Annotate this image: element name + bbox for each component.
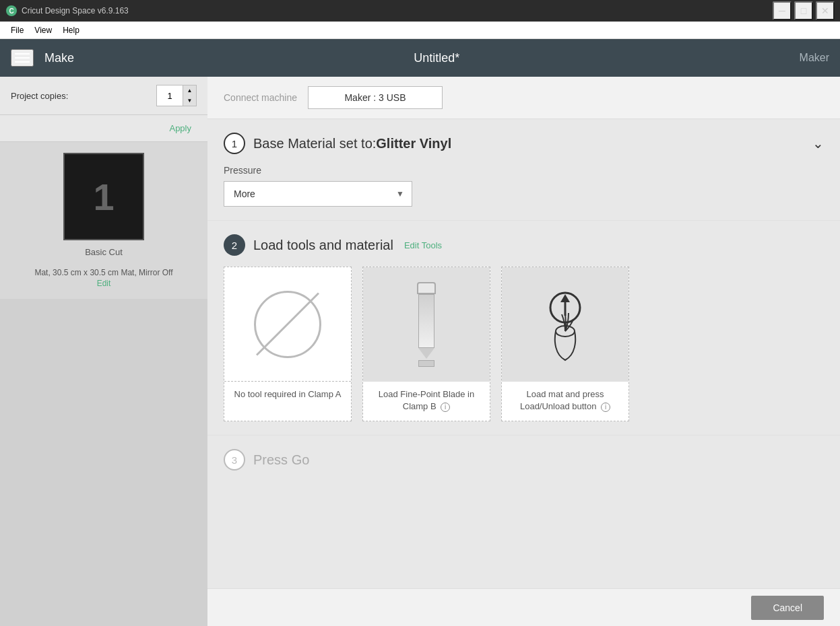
- svg-text:C: C: [9, 7, 13, 15]
- step1-circle: 1: [224, 133, 245, 154]
- info-icon-blade[interactable]: i: [441, 403, 450, 412]
- app-logo: C: [5, 5, 18, 17]
- step3-header: 3 Press Go: [224, 449, 824, 471]
- blade-body: [418, 294, 434, 348]
- press-icon: [528, 281, 602, 368]
- hamburger-button[interactable]: [11, 49, 34, 67]
- maximize-button[interactable]: □: [794, 1, 813, 20]
- mat-edit-link[interactable]: Edit: [97, 279, 111, 288]
- sidebar-bottom: [0, 299, 207, 626]
- project-copies-label: Project copies:: [11, 91, 151, 101]
- menu-file[interactable]: File: [5, 24, 29, 36]
- blade-bottom: [418, 360, 434, 367]
- mat-info: Mat, 30.5 cm x 30.5 cm Mat, Mirror Off: [34, 268, 172, 277]
- pressure-label: Pressure: [224, 165, 824, 176]
- apply-wrap: Apply: [0, 115, 207, 142]
- no-tool-icon: [254, 291, 321, 358]
- copies-input-wrap: ▲ ▼: [156, 85, 197, 106]
- hamburger-line: [15, 53, 30, 55]
- hamburger-line: [15, 61, 30, 63]
- tool-card-img-press: [502, 267, 628, 382]
- mat-label: Basic Cut: [85, 247, 123, 257]
- blade-cap: [417, 282, 436, 294]
- step1-chevron-button[interactable]: ⌄: [812, 135, 824, 151]
- step3-section: 3 Press Go: [207, 436, 840, 495]
- menu-help[interactable]: Help: [57, 24, 85, 36]
- copies-spinners: ▲ ▼: [183, 85, 196, 106]
- connect-label: Connect machine: [224, 92, 297, 103]
- blade-icon: [417, 282, 436, 367]
- info-icon-mat[interactable]: i: [601, 403, 610, 412]
- sidebar: Project copies: ▲ ▼ Apply 1 Basic Cut Ma…: [0, 77, 207, 626]
- connect-bar: Connect machine Maker : 3 USB: [207, 77, 840, 119]
- tool-card-img-blade: [363, 267, 490, 382]
- svg-marker-3: [560, 294, 570, 302]
- copies-down-button[interactable]: ▼: [183, 96, 196, 106]
- tools-grid: No tool required in Clamp A Load Fine-Po…: [224, 267, 824, 421]
- project-title: Untitled*: [74, 51, 800, 65]
- step3-title: Press Go: [253, 452, 309, 468]
- blade-tip: [418, 348, 434, 359]
- mat-thumbnail: 1: [63, 153, 144, 240]
- step1-header: 1 Base Material set to:Glitter Vinyl ⌄: [224, 133, 824, 154]
- title-bar-app-name: Cricut Design Space v6.9.163: [22, 6, 773, 15]
- machine-type: Maker: [800, 52, 829, 64]
- tool-card-img-no-tool: [224, 267, 351, 382]
- step2-section: 2 Load tools and material Edit Tools No …: [207, 221, 840, 436]
- cancel-button[interactable]: Cancel: [751, 596, 824, 620]
- tool-card-mat: Load mat and press Load/Unload button i: [501, 267, 629, 421]
- step2-circle: 2: [224, 234, 245, 256]
- tool-card-clamp-b: Load Fine-Point Blade in Clamp B i: [362, 267, 490, 421]
- step1-title: Base Material set to:Glitter Vinyl: [253, 136, 451, 151]
- content-wrapper: Connect machine Maker : 3 USB 1 Base Mat…: [207, 77, 840, 626]
- pressure-select-wrap: DefaultLessMore ▼: [224, 181, 412, 207]
- step2-header: 2 Load tools and material Edit Tools: [224, 234, 824, 256]
- hamburger-line: [15, 57, 30, 59]
- tool-card-label-mat: Load mat and press Load/Unload button i: [502, 388, 628, 413]
- app-header: Make Untitled* Maker: [0, 39, 840, 77]
- minimize-button[interactable]: ─: [773, 1, 791, 20]
- bottom-bar: Cancel: [207, 588, 840, 626]
- tool-card-label-clamp-b: Load Fine-Point Blade in Clamp B i: [363, 388, 490, 413]
- mat-number: 1: [93, 175, 114, 219]
- apply-button[interactable]: Apply: [164, 120, 197, 136]
- copies-input[interactable]: [157, 85, 183, 106]
- step1-section: 1 Base Material set to:Glitter Vinyl ⌄ P…: [207, 119, 840, 221]
- machine-button[interactable]: Maker : 3 USB: [308, 86, 443, 109]
- menu-bar: File View Help: [0, 22, 840, 39]
- make-label: Make: [44, 51, 74, 65]
- step3-circle: 3: [224, 449, 245, 471]
- tool-card-clamp-a: No tool required in Clamp A: [224, 267, 352, 421]
- spacer: [207, 495, 840, 535]
- window-controls: ─ □ ✕: [773, 1, 835, 20]
- mat-area: 1 Basic Cut Mat, 30.5 cm x 30.5 cm Mat, …: [0, 142, 207, 299]
- step2-title: Load tools and material: [253, 238, 393, 253]
- copies-up-button[interactable]: ▲: [183, 85, 196, 96]
- edit-tools-link[interactable]: Edit Tools: [404, 240, 442, 250]
- pressure-select[interactable]: DefaultLessMore: [224, 181, 412, 207]
- menu-view[interactable]: View: [29, 24, 57, 36]
- close-button[interactable]: ✕: [816, 1, 835, 20]
- tool-card-label-clamp-a: No tool required in Clamp A: [229, 388, 347, 401]
- main-layout: Project copies: ▲ ▼ Apply 1 Basic Cut Ma…: [0, 77, 840, 626]
- sidebar-top: Project copies: ▲ ▼: [0, 77, 207, 115]
- pressure-container: Pressure DefaultLessMore ▼: [224, 165, 824, 207]
- title-bar: C Cricut Design Space v6.9.163 ─ □ ✕: [0, 0, 840, 22]
